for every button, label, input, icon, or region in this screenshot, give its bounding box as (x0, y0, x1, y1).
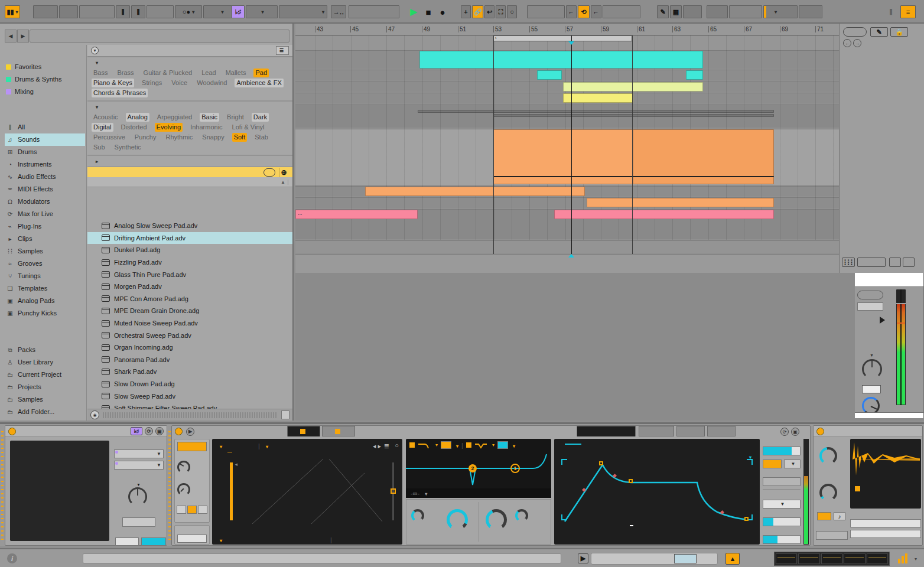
wt-mod-menu[interactable]: ▾ (218, 536, 222, 543)
session-record-icon[interactable]: ○ (507, 5, 517, 18)
character-filter-tag[interactable]: Soft (232, 133, 248, 142)
draw-automation-icon[interactable]: ✎ (870, 27, 888, 37)
key-signature-icon[interactable]: ♭♯ (232, 5, 245, 18)
arrangement-clip[interactable] (493, 114, 774, 117)
next-marker-icon[interactable]: → (853, 39, 861, 47)
ir-file-menu[interactable] (850, 530, 921, 538)
arrangement-clip[interactable] (563, 93, 633, 103)
sidebar-places-item[interactable]: 🗀Current Project (5, 369, 86, 381)
stop-button[interactable]: ■ (422, 5, 435, 18)
sound-filter-tag[interactable]: Mallets (224, 69, 248, 77)
time-ruler[interactable] (295, 254, 839, 273)
result-row[interactable]: Orchestral Sweep Pad.adv (87, 329, 292, 341)
filter-curve-display[interactable]: 2 1 (406, 452, 551, 487)
sound-filter-tag[interactable]: Woodwind (195, 79, 229, 87)
genres-filter-header[interactable]: ▸ (87, 155, 292, 167)
prev-marker-icon[interactable]: ← (843, 39, 851, 47)
key-map-button[interactable] (683, 5, 702, 18)
filter2-toggle[interactable] (466, 442, 471, 448)
loop-brace[interactable]: › (493, 35, 632, 41)
add-filter-icon[interactable]: ⊕ (279, 168, 288, 177)
wt-category-menu[interactable]: ▾ (218, 442, 222, 449)
name-column-header[interactable]: ▲ (87, 177, 292, 187)
collection-item[interactable]: Mixing (5, 86, 86, 98)
width-zoom-button[interactable] (903, 258, 915, 267)
info-icon[interactable]: i (7, 553, 17, 563)
nudge-down-icon[interactable]: ⫼ (116, 5, 130, 18)
punch-out-icon[interactable]: ⌐ (591, 5, 601, 18)
hot-swap-icon[interactable]: ⟳ (145, 427, 153, 435)
preview-icon[interactable]: ▶ (186, 428, 194, 436)
arrangement-clip[interactable]: ... (295, 210, 418, 219)
sidebar-library-item[interactable]: ⟳Max for Live (5, 208, 86, 220)
main-peak-level[interactable] (857, 291, 883, 299)
wt-view-circle-icon[interactable]: ○ (395, 442, 399, 449)
lock-envelopes-icon[interactable]: 🔒 (890, 27, 908, 37)
sidebar-library-item[interactable]: ≈Grooves (5, 258, 86, 270)
arrangement-clip[interactable] (686, 70, 703, 80)
character-filter-tag[interactable]: Distorted (119, 123, 149, 132)
scale-name-select[interactable]: ▼ (114, 461, 164, 470)
character-filter-tag[interactable]: Percussive (92, 133, 127, 142)
beat-time-ruler[interactable]: 43 45 47 49 51 53 55 57 59 61 63 65 (295, 24, 839, 35)
result-row[interactable]: Analog Slow Sweep Pad.adv (87, 220, 292, 232)
automation-arm-icon[interactable]: 🔗 (472, 5, 483, 18)
device-on-toggle[interactable] (8, 428, 16, 435)
device-drag-handle[interactable] (168, 429, 171, 540)
overview-window[interactable] (674, 554, 697, 563)
computer-midi-keyboard-icon[interactable]: ▦ (670, 5, 682, 18)
result-row[interactable]: Morgen Pad.adv (87, 281, 292, 293)
capture-midi-icon[interactable]: ⛶ (496, 5, 506, 18)
character-filter-tag[interactable]: Synthetic (113, 143, 143, 152)
predelay-sync-toggle[interactable]: ♪ (834, 512, 845, 520)
collection-item[interactable]: Drums & Synths (5, 73, 86, 86)
search-input[interactable] (30, 30, 289, 43)
character-filter-tag[interactable]: Bright (225, 113, 246, 122)
mixer-layout-icon[interactable]: ⫼ (885, 5, 897, 18)
arrangement-clip[interactable] (418, 110, 774, 113)
sidebar-places-item[interactable]: 🗀Projects (5, 381, 86, 393)
scale-root-select[interactable]: ▼ (114, 449, 164, 458)
arrangement-clip[interactable] (563, 82, 703, 92)
result-row[interactable]: Soft Shimmer Filter Sweep Pad.adv (87, 402, 292, 409)
result-row[interactable]: Slow Drown Pad.adg (87, 378, 292, 390)
sub-gain-knob[interactable] (177, 461, 190, 474)
arrangement-view[interactable]: 43 45 47 49 51 53 55 57 59 61 63 65 (295, 24, 839, 273)
track-lane[interactable] (295, 240, 839, 253)
root-note-menu[interactable]: ▾ (246, 5, 278, 18)
character-filter-tag[interactable]: Sub (92, 143, 107, 152)
sound-filter-tag[interactable]: Chords & Phrases (92, 89, 148, 97)
output-meter-icon[interactable] (898, 553, 910, 563)
sidebar-library-item[interactable]: ▣Analog Pads (5, 295, 86, 307)
character-filter-tag[interactable]: Dark (252, 113, 269, 122)
device-drag-handle[interactable] (1, 429, 4, 540)
result-row[interactable]: MPE Con Amore Pad.adg (87, 293, 292, 305)
sidebar-library-item[interactable]: ≖MIDI Effects (5, 183, 86, 195)
main-mixer-strip[interactable]: ▼ (855, 273, 924, 418)
scale-grid[interactable] (10, 441, 109, 541)
character-filter-tag[interactable]: Snappy (200, 133, 226, 142)
sidebar-library-item[interactable]: ▣Punchy Kicks (5, 307, 86, 320)
link-button[interactable] (33, 5, 58, 18)
sound-filter-tag[interactable]: Guitar & Plucked (142, 69, 194, 77)
loop-start-display[interactable] (527, 5, 565, 18)
follow-button[interactable]: →‥ (331, 5, 346, 18)
freq1-knob[interactable] (447, 509, 468, 530)
filter1-slope[interactable] (441, 441, 451, 449)
result-row[interactable]: MPE Dream Grain Drone.adg (87, 305, 292, 317)
nudge-up-icon[interactable]: ⫼ (131, 5, 145, 18)
clear-filters-button[interactable] (263, 168, 275, 177)
sidebar-library-item[interactable]: ⫼All (5, 121, 86, 133)
sidebar-library-item[interactable]: ∿Audio Effects (5, 171, 86, 183)
wt-view-list-icon[interactable]: ≣ (384, 442, 389, 450)
record-button[interactable]: ● (436, 5, 449, 18)
new-midi-icon[interactable]: + (461, 5, 471, 18)
lowest-value[interactable] (115, 537, 139, 546)
character-filter-tag[interactable]: Arpeggiated (155, 113, 194, 122)
save-preset-icon[interactable]: ▣ (155, 427, 164, 435)
env-time-toggle[interactable] (630, 525, 633, 526)
draw-mode-icon[interactable]: ✎ (657, 5, 669, 18)
transpose-knob[interactable] (128, 487, 147, 506)
unison-voices-value[interactable] (763, 517, 801, 526)
mini-play-icon[interactable]: ▶ (578, 553, 588, 563)
